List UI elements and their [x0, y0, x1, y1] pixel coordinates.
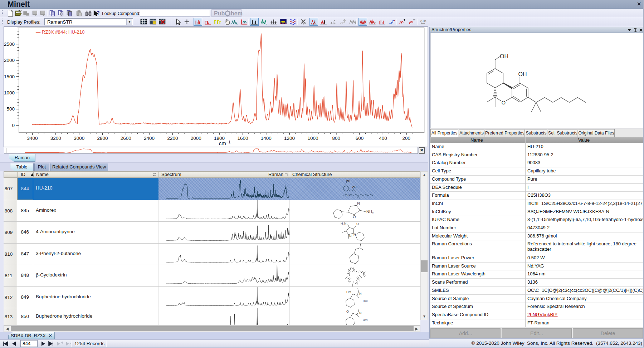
svg-text:1000: 1000 — [4, 90, 15, 95]
svg-text:500: 500 — [6, 106, 15, 112]
svg-text:?: ? — [97, 10, 100, 16]
svg-text:2000: 2000 — [191, 136, 201, 141]
svg-text:600: 600 — [356, 136, 364, 141]
svg-text:HO: HO — [346, 290, 351, 294]
svg-text:1600: 1600 — [237, 136, 248, 141]
svg-text:2500: 2500 — [4, 41, 15, 47]
svg-text:2200: 2200 — [167, 136, 178, 141]
svg-text:2800: 2800 — [97, 136, 108, 141]
svg-text:N: N — [357, 201, 360, 205]
svg-text:N: N — [359, 292, 362, 295]
svg-text:400: 400 — [379, 136, 387, 141]
svg-text:N: N — [359, 311, 362, 315]
svg-text:1000: 1000 — [307, 136, 318, 141]
svg-text:3400: 3400 — [27, 136, 38, 141]
svg-text:3200: 3200 — [50, 136, 61, 141]
svg-text:1500: 1500 — [4, 74, 15, 79]
svg-text:— RZ3X #844; HU-210: — RZ3X #844; HU-210 — [36, 29, 84, 35]
svg-text:3000: 3000 — [74, 136, 84, 141]
svg-text:O: O — [353, 215, 356, 219]
svg-text:O: O — [346, 310, 349, 313]
svg-text:800: 800 — [332, 136, 341, 141]
svg-text:2000: 2000 — [4, 58, 15, 63]
svg-text:2600: 2600 — [121, 136, 131, 141]
svg-text:0: 0 — [12, 123, 15, 128]
svg-text:O: O — [356, 222, 359, 226]
svg-text:O: O — [348, 194, 350, 197]
svg-text:N: N — [353, 233, 356, 236]
svg-text:N: N — [349, 234, 352, 238]
svg-text:OH: OH — [500, 53, 508, 59]
svg-text:H2N: H2N — [341, 222, 346, 226]
svg-text:O: O — [502, 99, 506, 106]
svg-text:1400: 1400 — [261, 136, 272, 141]
svg-text:200: 200 — [402, 136, 411, 141]
svg-text:OH: OH — [346, 180, 350, 183]
svg-text:1200: 1200 — [284, 136, 295, 141]
svg-text:HCl: HCl — [363, 299, 368, 303]
svg-text:OH: OH — [352, 186, 357, 189]
svg-text:cm−1: cm−1 — [219, 140, 231, 146]
svg-text:2400: 2400 — [144, 136, 155, 141]
svg-text:OH: OH — [518, 71, 527, 77]
svg-text:NH2: NH2 — [366, 210, 374, 215]
svg-text:HCl: HCl — [363, 319, 368, 322]
svg-text:ATR: ATR — [420, 19, 426, 23]
